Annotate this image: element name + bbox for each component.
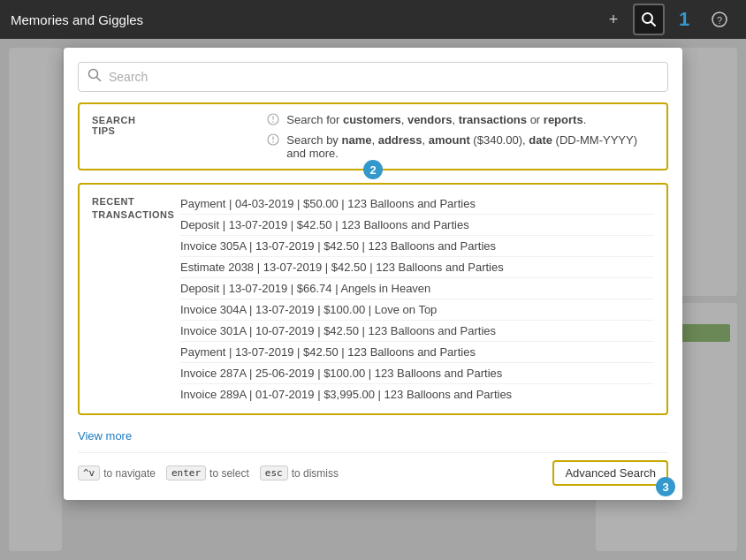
recent-header: RECENTTRANSACTIONS Payment | 04-03-2019 …: [92, 193, 654, 405]
recent-transaction-item[interactable]: Payment | 04-03-2019 | $50.00 | 123 Ball…: [180, 193, 654, 215]
search-icon-button[interactable]: [633, 4, 665, 35]
svg-line-5: [97, 78, 101, 81]
nav-hint-3: esc to dismiss: [260, 465, 339, 481]
add-icon[interactable]: +: [598, 4, 629, 35]
nav-key-2: enter: [166, 465, 206, 481]
nav-hint-1: ^v to navigate: [78, 465, 156, 481]
recent-transactions-section: RECENTTRANSACTIONS Payment | 04-03-2019 …: [78, 183, 668, 415]
recent-transaction-item[interactable]: Payment | 13-07-2019 | $42.50 | 123 Ball…: [180, 342, 654, 363]
recent-transaction-item[interactable]: Invoice 289A | 01-07-2019 | $3,995.00 | …: [180, 384, 654, 405]
recent-transaction-item[interactable]: Estimate 2038 | 13-07-2019 | $42.50 | 12…: [180, 257, 654, 278]
nav-hints: ^v to navigate enter to select esc to di…: [78, 465, 339, 481]
svg-point-8: [273, 121, 275, 123]
app-title: Memories and Giggles: [11, 12, 143, 27]
tip-icon-1: [267, 113, 279, 128]
recent-label: RECENTTRANSACTIONS: [92, 193, 180, 223]
recent-section-wrapper: RECENTTRANSACTIONS Payment | 04-03-2019 …: [78, 183, 668, 443]
nav-text-2: to select: [209, 467, 249, 480]
badge-2: 2: [363, 160, 383, 179]
nav-key-3: esc: [260, 465, 288, 481]
search-tips-label: SEARCH TIPS: [92, 113, 170, 136]
tip-text-1: Search for customers, vendors, transacti…: [286, 113, 586, 126]
nav-key-1: ^v: [78, 465, 100, 481]
modal-overlay: SEARCH TIPS Search for c: [0, 39, 746, 560]
search-modal: SEARCH TIPS Search for c: [64, 48, 682, 500]
recent-transaction-item[interactable]: Invoice 304A | 13-07-2019 | $100.00 | Lo…: [180, 299, 654, 321]
recent-transaction-item[interactable]: Invoice 305A | 13-07-2019 | $42.50 | 123…: [180, 236, 654, 257]
nav-hint-2: enter to select: [166, 465, 249, 481]
tip-text-2: Search by name, address, amount ($340.00…: [286, 133, 654, 160]
top-bar: Memories and Giggles + 1 ?: [0, 0, 746, 39]
nav-text-3: to dismiss: [292, 467, 339, 480]
view-more-link[interactable]: View more: [78, 424, 132, 443]
svg-text:?: ?: [717, 15, 722, 26]
search-tip-2: Search by name, address, amount ($340.00…: [267, 133, 654, 160]
number-badge-icon[interactable]: 1: [668, 4, 700, 35]
help-icon[interactable]: ?: [704, 4, 735, 35]
recent-transaction-item[interactable]: Invoice 287A | 25-06-2019 | $100.00 | 12…: [180, 363, 654, 384]
advanced-search-button[interactable]: Advanced Search: [552, 460, 668, 486]
recent-items-list: Payment | 04-03-2019 | $50.00 | 123 Ball…: [180, 193, 654, 405]
search-tip-1: Search for customers, vendors, transacti…: [267, 113, 654, 128]
search-magnifier-icon: [88, 68, 102, 86]
svg-line-1: [651, 22, 656, 26]
recent-transaction-item[interactable]: Deposit | 13-07-2019 | $42.50 | 123 Ball…: [180, 215, 654, 236]
advanced-search-wrapper: Advanced Search 3: [552, 460, 668, 486]
search-tips-content: Search for customers, vendors, transacti…: [267, 113, 654, 160]
svg-point-11: [273, 141, 275, 143]
badge-3: 3: [656, 477, 675, 496]
tip-icon-2: [267, 133, 279, 148]
recent-transaction-item[interactable]: Invoice 301A | 10-07-2019 | $42.50 | 123…: [180, 321, 654, 342]
search-input-row[interactable]: [78, 62, 668, 92]
top-bar-icons: + 1 ?: [598, 4, 735, 35]
search-input[interactable]: [109, 70, 658, 84]
modal-footer: ^v to navigate enter to select esc to di…: [78, 452, 668, 486]
recent-transaction-item[interactable]: Deposit | 13-07-2019 | $66.74 | Angels i…: [180, 278, 654, 299]
nav-text-1: to navigate: [103, 467, 156, 480]
search-tips-wrapper: SEARCH TIPS Search for c: [78, 102, 668, 170]
